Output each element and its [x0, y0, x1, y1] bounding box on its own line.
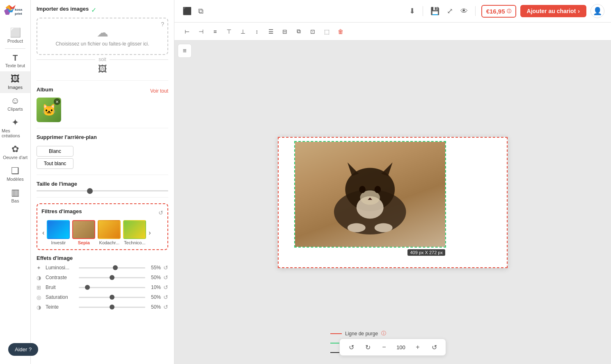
zoom-in-btn[interactable]: + [412, 341, 423, 353]
layers-btn[interactable]: ≡ [178, 44, 192, 58]
add-cart-arrow-icon: › [578, 8, 580, 14]
saturation-reset-icon[interactable]: ↺ [163, 294, 168, 300]
undo-btn[interactable]: ↺ [346, 341, 357, 353]
album-thumb-1: 🐱 ✕ [37, 98, 61, 122]
teinte-slider[interactable] [79, 307, 145, 308]
contraste-slider[interactable] [79, 277, 145, 278]
canvas-image-container[interactable]: 409 px X 272 px [294, 141, 446, 248]
align-center-h-btn[interactable]: ⊣ [195, 26, 207, 37]
effect-row-teinte: ◑ Teinte 50% ↺ [37, 304, 168, 310]
filter-thumb-investir [47, 220, 70, 239]
redo-btn[interactable]: ↻ [362, 341, 373, 353]
divider-v1 [423, 6, 423, 16]
svg-marker-9 [381, 163, 392, 176]
sidebar: kosa print ⬜ Product T Texte brut 🖼 Imag… [0, 0, 31, 364]
sidebar-item-oeuvre-art[interactable]: ✿ Oeuvre d'art [0, 141, 30, 163]
add-cart-button[interactable]: Ajouter au chariot › [520, 5, 586, 17]
sidebar-item-product[interactable]: ⬜ Product [0, 25, 30, 47]
sidebar-item-cliparts[interactable]: ☺ Cliparts [0, 93, 30, 115]
svg-text:kosa: kosa [15, 8, 23, 11]
flip-btn[interactable]: ⬚ [320, 26, 333, 37]
sidebar-item-images[interactable]: 🖼 Images [0, 71, 30, 93]
svg-point-14 [348, 223, 366, 232]
purge-line [330, 333, 342, 334]
filter-kodachr[interactable]: Kodachr... [98, 220, 121, 245]
align-bottom-btn[interactable]: ↕ [251, 26, 263, 37]
teinte-label: Teinte [46, 304, 76, 310]
filters-next-btn[interactable]: › [148, 229, 151, 237]
bg-blanc-btn[interactable]: Blanc [37, 146, 73, 157]
distribute-v-btn[interactable]: ⊟ [279, 26, 291, 37]
legend-purge: Ligne de purge ⓘ [330, 330, 391, 337]
filter-investir[interactable]: Investir [47, 220, 70, 245]
filters-refresh-icon[interactable]: ↺ [158, 209, 163, 216]
zoom-fit-btn[interactable]: ↺ [428, 341, 440, 353]
filters-prev-btn[interactable]: ‹ [41, 229, 45, 237]
main-area: ⬛ ⧉ ⬇ 💾 ⤢ 👁 €16,95 ⓘ Ajouter au chariot … [174, 0, 611, 364]
bg-remove-title: Supprimer l'arrière-plan [37, 134, 97, 140]
contraste-value: 50% [148, 275, 161, 280]
contraste-reset-icon[interactable]: ↺ [163, 274, 168, 281]
user-icon-btn[interactable]: 👤 [590, 4, 604, 18]
import-check-icon: ✓ [91, 6, 96, 14]
bruit-slider[interactable] [79, 287, 145, 288]
align-right-btn[interactable]: ≡ [209, 26, 221, 37]
logo-icon: kosa print [3, 4, 27, 20]
share-icon-btn[interactable]: ⤢ [445, 5, 455, 17]
canvas[interactable]: 409 px X 272 px [278, 137, 508, 268]
album-title: Album [37, 86, 53, 93]
crop-btn[interactable]: ⊡ [307, 26, 319, 37]
sidebar-item-bas[interactable]: ▥ Bas [0, 185, 30, 207]
canvas-cat-image [295, 142, 445, 247]
filter-sepia[interactable]: Sepia [72, 220, 95, 245]
upload-cloud-icon: ☁ [41, 26, 163, 39]
filters-section: Filtres d'images ↺ ‹ Investir Sepia [37, 203, 168, 250]
album-thumbs: 🐱 ✕ [37, 98, 168, 122]
teinte-icon: ◑ [37, 304, 43, 310]
modeles-icon: ❑ [11, 166, 19, 175]
luminosite-reset-icon[interactable]: ↺ [163, 264, 168, 271]
sidebar-item-modeles[interactable]: ❑ Modèles [0, 163, 30, 185]
luminosite-slider[interactable] [79, 267, 145, 268]
filter-thumb-technico [123, 220, 146, 239]
distribute-h-btn[interactable]: ☰ [265, 26, 277, 37]
filter-technico[interactable]: Technico... [123, 220, 146, 245]
delete-btn[interactable]: 🗑 [334, 26, 347, 37]
upload-area[interactable]: ? ☁ Choisissez un fichier ou faites-le g… [37, 18, 168, 55]
thumb-delete-btn[interactable]: ✕ [54, 98, 60, 105]
align-toolbar: ⊢ ⊣ ≡ ⊤ ⊥ ↕ ☰ ⊟ ⧉ ⊡ ⬚ 🗑 [174, 23, 611, 41]
preview-icon-btn[interactable]: 👁 [459, 5, 469, 17]
user-icon: 👤 [593, 7, 602, 16]
sidebar-item-label: Mes créations [2, 128, 29, 138]
align-middle-v-btn[interactable]: ⊥ [237, 26, 249, 37]
divider-3 [37, 175, 168, 175]
filter-label-technico: Technico... [124, 240, 146, 245]
effects-section: Effets d'image ✦ Luminosi... 55% ↺ ◑ Con… [37, 255, 168, 314]
teinte-reset-icon[interactable]: ↺ [163, 304, 168, 310]
export-icon-btn[interactable]: ⬛ [181, 5, 193, 17]
help-button[interactable]: Aider ? [8, 343, 38, 356]
saturation-slider[interactable] [79, 297, 145, 298]
voir-tout-link[interactable]: Voir tout [150, 88, 168, 94]
sidebar-item-label: Oeuvre d'art [3, 155, 27, 160]
gallery-btn[interactable]: 🖼 [37, 64, 168, 75]
filter-thumb-kodachr [98, 220, 121, 239]
contraste-label: Contraste [46, 275, 76, 280]
bg-tout-blanc-btn[interactable]: Tout blanc [37, 158, 73, 169]
align-left-btn[interactable]: ⊢ [181, 26, 193, 37]
download-icon-btn[interactable]: ⬇ [407, 5, 417, 17]
size-slider[interactable] [37, 190, 168, 191]
layers-icon: ≡ [183, 47, 186, 55]
align-top-btn[interactable]: ⊤ [223, 26, 235, 37]
save-icon-btn[interactable]: 💾 [429, 5, 441, 17]
zoom-out-btn[interactable]: − [378, 341, 390, 353]
duplicate-icon-btn[interactable]: ⧉ [197, 5, 205, 17]
sidebar-item-texte-brut[interactable]: T Texte brut [0, 50, 30, 71]
sidebar-item-label: Cliparts [7, 107, 23, 111]
sidebar-item-mes-creations[interactable]: ✦ Mes créations [0, 115, 30, 141]
bruit-reset-icon[interactable]: ↺ [163, 284, 168, 291]
duplicate-btn[interactable]: ⧉ [293, 26, 305, 37]
filter-label-sepia: Sepia [78, 240, 90, 245]
teinte-value: 50% [148, 304, 161, 310]
top-bar-right: ⬇ 💾 ⤢ 👁 €16,95 ⓘ Ajouter au chariot › 👤 [407, 4, 604, 18]
